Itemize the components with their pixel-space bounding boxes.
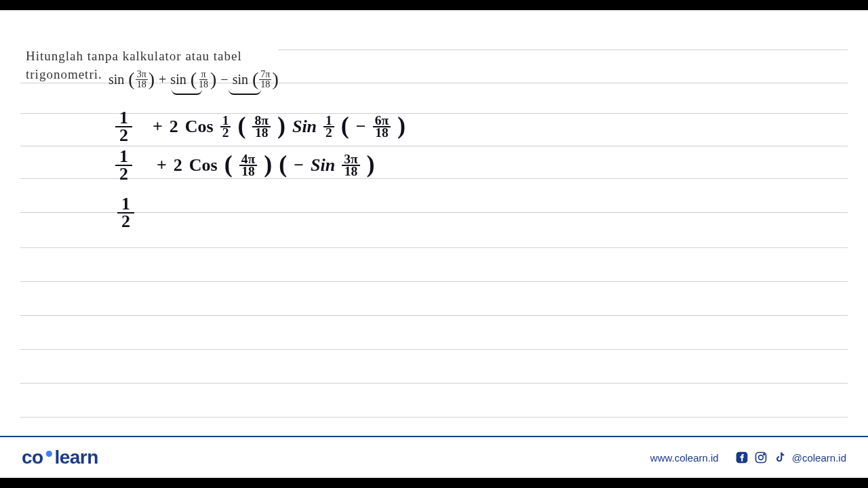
handwriting-row-2: 12 + 2 Cos ( 4π18 ) ( − Sin 3π18 ): [115, 149, 375, 182]
plus-sign: +: [159, 72, 166, 87]
footer: co • learn www.colearn.id @colearn.id: [0, 436, 868, 478]
logo-co: co: [22, 447, 43, 468]
svg-point-2: [758, 455, 763, 460]
instagram-icon: [754, 451, 768, 464]
handwriting-row-3: 12: [117, 197, 134, 229]
footer-right: www.colearn.id @colearn.id: [650, 451, 846, 464]
logo-learn: learn: [54, 447, 98, 468]
minus-sign: −: [220, 72, 228, 87]
brand-logo: co • learn: [22, 447, 98, 468]
footer-url: www.colearn.id: [650, 452, 719, 464]
sin-fn-2: sin: [170, 72, 186, 87]
footer-handle: @colearn.id: [792, 452, 846, 464]
problem-line1: Hitunglah tanpa kalkulator atau tabel: [26, 49, 242, 63]
term1: ( 3π18 ): [128, 70, 155, 89]
sin-fn-3: sin: [233, 72, 248, 87]
handwriting-row-1: 12 + 2 Cos 12 ( 8π18 ) Sin 12 ( − 6π18 ): [115, 110, 406, 143]
svg-point-3: [763, 454, 764, 455]
problem-line2: trigonometri.: [26, 67, 102, 81]
printed-formula: sin ( 3π18 ) + sin ( π18 ) − sin ( 7π18 …: [108, 70, 279, 89]
term3: ( 7π18 ): [252, 70, 279, 89]
social-icons: @colearn.id: [735, 451, 846, 464]
sin-fn-1: sin: [108, 72, 124, 87]
underline-mark-2: [229, 89, 261, 95]
underline-mark-1: [172, 89, 202, 95]
facebook-icon: [735, 451, 749, 464]
tiktok-icon: [773, 451, 787, 464]
page-container: Hitunglah tanpa kalkulator atau tabel tr…: [0, 10, 868, 478]
term2: ( π18 ): [191, 70, 217, 89]
